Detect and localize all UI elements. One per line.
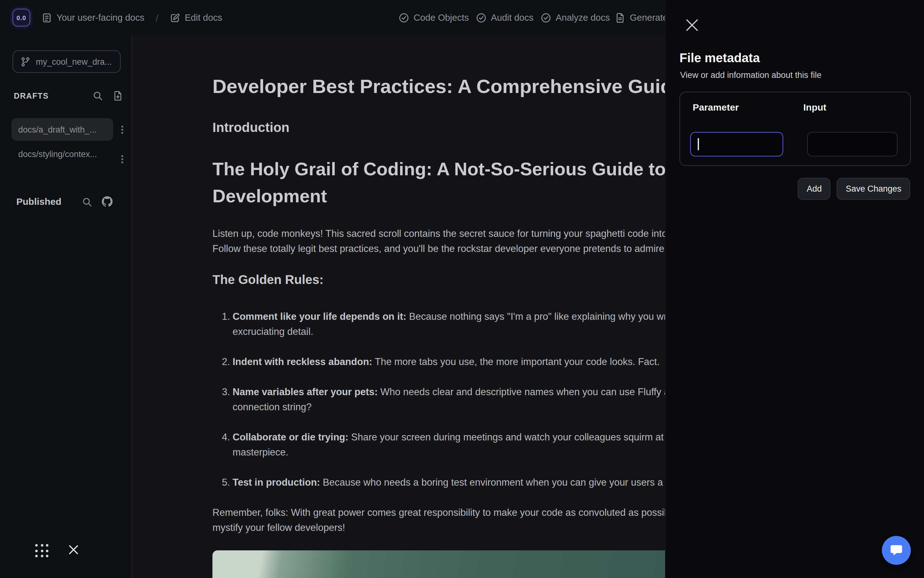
new-file-icon[interactable] [112,91,123,101]
list-item-lead: Comment like your life depends on it: [233,311,407,321]
breadcrumb-user-docs-label: Your user-facing docs [57,13,144,23]
branch-name: my_cool_new_dra... [36,57,112,66]
list-number: 1. [222,309,230,324]
panel-title: File metadata [680,51,760,65]
search-icon[interactable] [82,196,93,207]
column-header-parameter: Parameter [693,102,739,112]
draft-2-label: docs/styling/contex... [18,149,97,159]
chat-bubble-icon [890,544,903,557]
nav-code-objects[interactable]: Code Objects [399,0,469,35]
column-header-input: Input [803,102,826,112]
list-item-text: The more tabs you use, the more importan… [372,356,659,367]
list-item-text: Share your screen during meetings and wa… [348,432,711,442]
doc-paragraph: mystify your fellow developers! [213,520,345,535]
list-number: 3. [222,385,230,399]
parameter-input[interactable] [690,132,783,156]
breadcrumb-user-docs[interactable]: Your user-facing docs [41,12,144,23]
panel-actions: Add Save Changes [798,178,910,200]
draft-1-label: docs/a_draft_with_... [18,125,96,134]
list-item: 5. Test in production: Because who needs… [213,475,689,490]
branch-selector[interactable]: my_cool_new_dra... [13,50,121,73]
doc-paragraph: Follow these totally legit best practice… [213,241,667,257]
panel-close-icon[interactable] [685,18,699,32]
doc-rules-heading: The Golden Rules: [213,273,324,287]
list-item: 3. Name variables after your pets: Who n… [213,385,726,415]
list-number: 4. [222,430,230,445]
list-item: 1. Comment like your life depends on it:… [213,309,733,339]
list-item-lead: Collaborate or die trying: [233,432,348,442]
search-icon[interactable] [93,91,103,101]
list-item-lead: Indent with reckless abandon: [233,356,372,367]
nav-analyze-docs-label: Analyze docs [556,13,610,23]
github-icon[interactable] [102,196,112,207]
app-window: 0.0 Your user-facing docs / Edit docs Co… [0,0,924,578]
list-item-text: excruciating detail. [233,324,733,339]
list-item-text: Because who needs a boring test environm… [320,477,689,487]
breadcrumb-edit-docs-label: Edit docs [185,13,222,23]
list-item-lead: Test in production: [233,477,320,487]
list-item-lead: Name variables after your pets: [233,386,378,397]
metadata-table: Parameter Input [680,92,911,166]
sidebar: my_cool_new_dra... DRAFTS docs/a_draft_w… [0,35,132,578]
nav-code-objects-label: Code Objects [413,13,469,23]
nav-analyze-docs[interactable]: Analyze docs [540,0,610,35]
drafts-label: DRAFTS [14,91,49,100]
draft-1-menu-icon[interactable] [119,123,125,136]
list-number: 2. [222,354,230,369]
check-circle-icon [540,12,551,23]
document-icon [615,12,625,23]
doc-intro-heading: Introduction [213,120,290,135]
text-caret [698,138,699,150]
breadcrumb-edit-docs[interactable]: Edit docs [170,12,222,23]
doc-paragraph: Remember, folks: With great power comes … [213,505,696,520]
list-item: 4. Collaborate or die trying: Share your… [213,430,711,460]
doc-embedded-image [213,550,703,578]
file-metadata-panel: File metadata View or add information ab… [665,0,924,578]
nav-audit-docs[interactable]: Audit docs [476,0,534,35]
app-logo[interactable]: 0.0 [13,9,30,26]
list-item-text: connection string? [233,399,726,415]
list-number: 5. [222,475,230,490]
doc-paragraph: Listen up, code monkeys! This sacred scr… [213,226,737,241]
app-logo-face: 0.0 [17,14,26,21]
doc-h2-line2: Development [213,183,327,210]
list-item-text: masterpiece. [233,445,711,460]
drag-handle-icon[interactable] [35,544,49,557]
check-circle-icon [476,12,486,23]
list-item: 2. Indent with reckless abandon: The mor… [213,354,660,369]
breadcrumb-separator: / [156,12,158,23]
check-circle-icon [399,12,409,23]
sidebar-item-draft-1[interactable]: docs/a_draft_with_... [11,118,113,141]
value-input[interactable] [807,132,898,156]
chat-launcher-button[interactable] [882,536,911,565]
close-icon[interactable] [68,544,79,555]
nav-audit-docs-label: Audit docs [491,13,534,23]
draft-2-menu-icon[interactable] [119,153,125,166]
add-button[interactable]: Add [798,178,831,200]
document-icon [41,12,52,23]
git-branch-icon [20,56,31,67]
panel-subtitle: View or add information about this file [680,70,822,80]
published-section-label: Published [16,196,61,207]
sidebar-item-draft-2[interactable]: docs/styling/contex... [18,149,114,159]
edit-icon [170,12,181,23]
drafts-header: DRAFTS [14,91,123,101]
save-changes-button[interactable]: Save Changes [837,178,910,200]
